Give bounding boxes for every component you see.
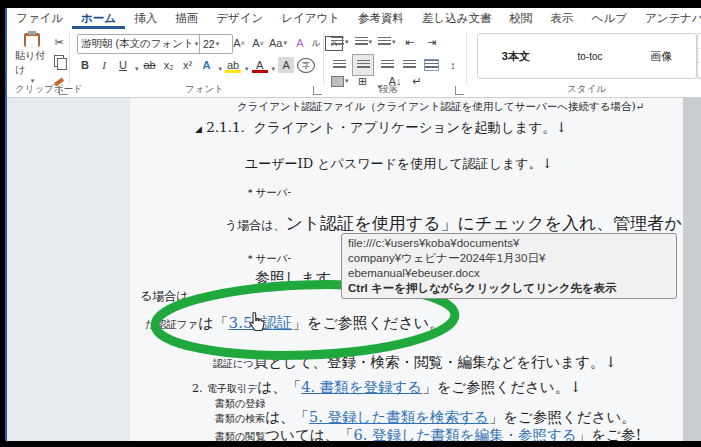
doc-line-server-2: ＊サーバ- [245, 252, 291, 266]
tooltip-path-line1: file:///c:¥users¥koba¥documents¥ [348, 236, 670, 251]
tab-draw[interactable]: 描画 [166, 8, 207, 29]
change-case-icon[interactable]: Aa▾ [269, 35, 287, 51]
style-gallery: 3本文 to-toc 画像 [477, 33, 697, 79]
hand-cursor-icon [247, 311, 267, 333]
shading-icon[interactable]: ▾ [331, 73, 349, 89]
font-name-value: 游明朝 (本文のフォント [81, 37, 194, 51]
font-name-combo[interactable]: 游明朝 (本文のフォント ▾ [77, 34, 203, 54]
link-6-edit[interactable]: 6. 登録した書類を編集・参照する [354, 427, 577, 441]
doc-line-register: 2. 電子取引デは、「4. 書類を登録する」をご参照ください。↓ [192, 378, 581, 397]
decrease-indent-icon[interactable]: ⇤ [402, 34, 418, 50]
paragraph-group-label: 段落 [379, 83, 398, 96]
justify-icon[interactable] [401, 57, 417, 73]
borders-icon[interactable]: ⊞ [355, 73, 371, 89]
highlight-color-icon[interactable]: ab [225, 57, 241, 73]
align-center-icon[interactable] [353, 55, 373, 75]
ribbon: 貼り付け ▾ ✂ クリップボード 游明朝 (本文のフォント ▾ 22 ▾ A˄ … [7, 29, 701, 98]
grow-font-icon[interactable]: A˄ [231, 35, 247, 51]
tab-review[interactable]: 校閲 [501, 8, 542, 29]
style-gallery-scroll: ˄ ˅ ▾ [697, 33, 701, 79]
tab-view[interactable]: 表示 [542, 8, 583, 29]
style-item-image[interactable]: 画像 [650, 49, 672, 64]
tooltip-path-line3: ebemanual¥ebeuser.docx [348, 266, 670, 281]
font-size-value: 22 [203, 38, 215, 50]
tooltip-path-line2: company¥ウェビナー2024年1月30日¥ [348, 251, 670, 266]
link-5-search[interactable]: 5. 登録した書類を検索する [309, 409, 489, 425]
font-group-label: フォント [185, 83, 224, 96]
style-item-body[interactable]: 3本文 [502, 49, 530, 64]
numbering-icon[interactable]: ▾ [355, 34, 373, 50]
tab-mailings[interactable]: 差し込み文書 [413, 8, 501, 29]
vertical-scrollbar[interactable] [683, 98, 701, 441]
tab-layout[interactable]: レイアウト [272, 8, 349, 29]
doc-line-search: 書類の検索は、「5. 登録した書類を検索する」をご参照ください。 [215, 408, 636, 427]
tab-design[interactable]: デザイン [207, 8, 272, 29]
hyperlink-tooltip: file:///c:¥users¥koba¥documents¥ company… [341, 233, 677, 299]
doc-line-checkbox: う場合は、ント認証を使用する」にチェックを入れ、管理者か [225, 212, 682, 235]
align-right-icon[interactable] [379, 57, 395, 73]
tab-references[interactable]: 参考資料 [349, 8, 413, 29]
font-size-combo[interactable]: 22 ▾ [199, 34, 233, 54]
doc-line-edit: 書類の閲覧ついては、「6. 登録した書類を編集・参照する」をご参! [215, 426, 641, 441]
paste-button[interactable]: 貼り付け ▾ [15, 33, 49, 85]
tab-home[interactable]: ホーム [72, 8, 125, 29]
menu-bar: ファイル ホーム 挿入 描画 デザイン レイアウト 参考資料 差し込み文書 校閲… [7, 8, 701, 29]
bold-icon[interactable]: B [77, 57, 93, 73]
clear-formatting-icon[interactable]: A [292, 35, 308, 51]
clipboard-dialog-launcher[interactable] [59, 86, 68, 95]
style-item-to-toc[interactable]: to-toc [578, 51, 603, 62]
increase-indent-icon[interactable]: ⇥ [424, 34, 440, 50]
align-left-icon[interactable] [331, 57, 347, 73]
tab-insert[interactable]: 挿入 [125, 8, 166, 29]
paste-clipboard-icon [24, 33, 40, 47]
tab-file[interactable]: ファイル [7, 8, 72, 29]
clipboard-group-label: クリップボード [15, 83, 83, 96]
font-color-icon[interactable]: A [252, 57, 268, 73]
formatting-marks-icon[interactable]: ↵ [409, 73, 425, 89]
outline-collapse-icon[interactable]: ◢ [195, 124, 202, 134]
document-canvas: クライアント認証ファイル（クライアント認証を使用してサーバーへ接続する場合)↵ … [7, 98, 701, 441]
doc-line-userid: ユーザーID とパスワードを使用して認証します。↓ [245, 155, 553, 173]
text-effects-icon[interactable]: A [199, 57, 215, 73]
paste-label: 貼り付け [15, 49, 49, 77]
italic-icon[interactable]: I [96, 57, 112, 73]
distribute-icon[interactable] [423, 57, 439, 73]
doc-line-header: クライアント認証ファイル（クライアント認証を使用してサーバーへ接続する場合)↵ [237, 100, 644, 114]
superscript-icon[interactable]: x² [180, 57, 196, 73]
shrink-font-icon[interactable]: A˅ [250, 35, 266, 51]
font-dialog-launcher[interactable] [313, 86, 322, 95]
multilevel-list-icon[interactable]: ▾ [378, 34, 396, 50]
doc-line-server-1: ＊サーバ- [245, 186, 291, 200]
tooltip-ctrl-hint: Ctrl キーを押しながらクリックしてリンク先を表示 [348, 281, 670, 296]
styles-group-label: スタイル [567, 83, 606, 96]
subscript-icon[interactable]: x₂ [161, 57, 177, 73]
paragraph-dialog-launcher[interactable] [455, 86, 464, 95]
character-shading-icon[interactable]: A [278, 57, 294, 73]
doc-heading-2-1-1: ◢ 2.1.1. クライアント・アプリケーションを起動します。↓ [195, 119, 567, 137]
tab-antennahouse[interactable]: アンテナハウス [636, 8, 701, 29]
copy-icon[interactable] [51, 53, 67, 69]
ruby-icon[interactable]: ル [308, 35, 324, 51]
bullets-icon[interactable]: ▾ [331, 34, 349, 50]
strikethrough-icon[interactable]: ab [142, 57, 158, 73]
cut-icon[interactable]: ✂ [51, 34, 67, 50]
link-4-register[interactable]: 4. 書類を登録する [301, 379, 422, 395]
line-spacing-icon[interactable]: ↕ [445, 57, 461, 73]
enclose-characters-icon[interactable]: 字 [297, 58, 315, 73]
tab-help[interactable]: ヘルプ [583, 8, 636, 29]
underline-icon[interactable]: U [115, 57, 131, 73]
